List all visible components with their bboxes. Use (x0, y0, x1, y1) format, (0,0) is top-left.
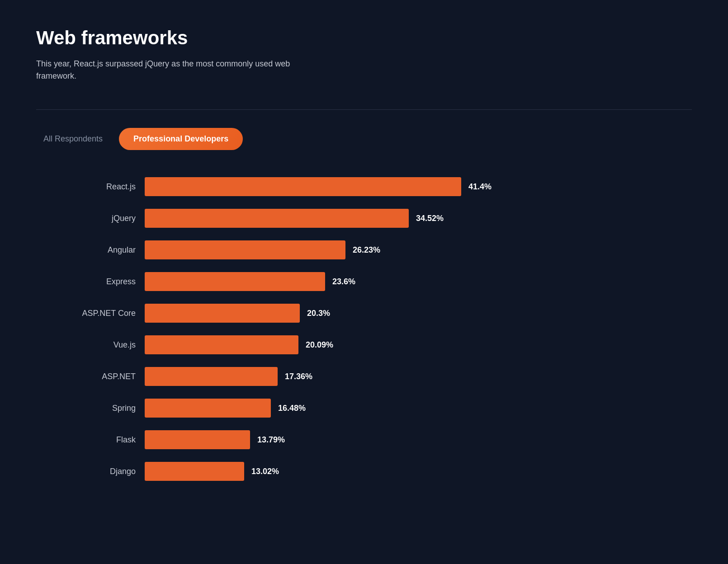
bar-wrapper: 13.02% (145, 462, 692, 481)
framework-label: Vue.js (54, 340, 136, 350)
bar-wrapper: 34.52% (145, 209, 692, 228)
bar-wrapper: 17.36% (145, 367, 692, 386)
framework-label: Express (54, 277, 136, 287)
bar-value: 23.6% (332, 277, 355, 287)
bar-fill (145, 272, 325, 291)
bar-fill (145, 177, 461, 196)
bar-fill (145, 240, 345, 259)
table-row: Vue.js20.09% (54, 335, 692, 354)
framework-label: React.js (54, 182, 136, 192)
bar-fill (145, 430, 250, 449)
table-row: jQuery34.52% (54, 209, 692, 228)
bar-value: 20.09% (306, 340, 333, 350)
framework-label: Django (54, 467, 136, 476)
bar-fill (145, 304, 300, 323)
table-row: Angular26.23% (54, 240, 692, 259)
framework-label: ASP.NET (54, 372, 136, 381)
bar-fill (145, 399, 271, 418)
bar-value: 16.48% (278, 404, 306, 413)
filter-tabs: All Respondents Professional Developers (36, 128, 692, 150)
section-divider (36, 109, 692, 110)
table-row: Express23.6% (54, 272, 692, 291)
framework-label: Angular (54, 245, 136, 255)
table-row: Spring16.48% (54, 399, 692, 418)
table-row: ASP.NET Core20.3% (54, 304, 692, 323)
bar-fill (145, 335, 298, 354)
table-row: ASP.NET17.36% (54, 367, 692, 386)
tab-professional-developers[interactable]: Professional Developers (119, 128, 243, 150)
bar-value: 13.02% (251, 467, 279, 476)
table-row: Flask13.79% (54, 430, 692, 449)
framework-label: Flask (54, 435, 136, 445)
bar-fill (145, 367, 278, 386)
bar-chart: React.js41.4%jQuery34.52%Angular26.23%Ex… (36, 177, 692, 481)
bar-value: 26.23% (353, 245, 380, 255)
table-row: React.js41.4% (54, 177, 692, 196)
bar-fill (145, 209, 409, 228)
table-row: Django13.02% (54, 462, 692, 481)
bar-value: 41.4% (468, 182, 492, 192)
page-title: Web frameworks (36, 27, 692, 49)
bar-wrapper: 26.23% (145, 240, 692, 259)
framework-label: Spring (54, 404, 136, 413)
bar-wrapper: 20.3% (145, 304, 692, 323)
framework-label: ASP.NET Core (54, 309, 136, 318)
bar-wrapper: 23.6% (145, 272, 692, 291)
bar-value: 34.52% (416, 214, 444, 223)
bar-value: 17.36% (285, 372, 312, 381)
page-subtitle: This year, React.js surpassed jQuery as … (36, 58, 307, 82)
bar-wrapper: 13.79% (145, 430, 692, 449)
tab-all-respondents[interactable]: All Respondents (36, 130, 110, 148)
bar-wrapper: 41.4% (145, 177, 692, 196)
bar-value: 13.79% (257, 435, 285, 445)
bar-wrapper: 20.09% (145, 335, 692, 354)
framework-label: jQuery (54, 214, 136, 223)
bar-value: 20.3% (307, 309, 330, 318)
bar-fill (145, 462, 244, 481)
bar-wrapper: 16.48% (145, 399, 692, 418)
